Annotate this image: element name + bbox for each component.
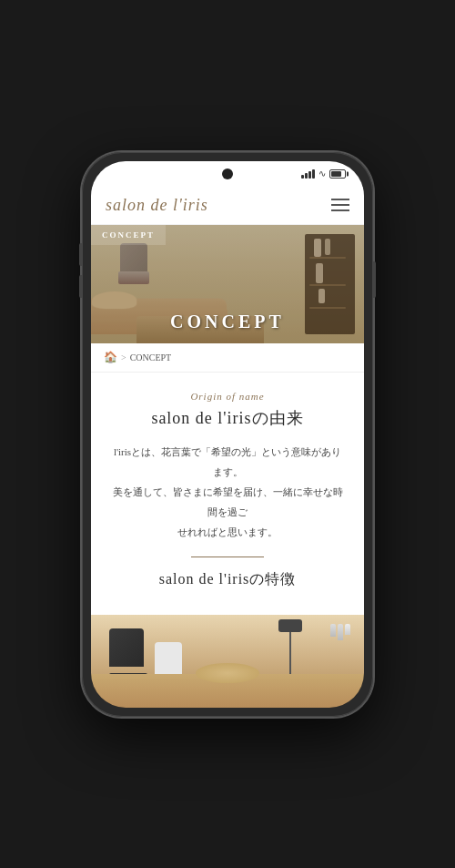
hero-banner: CONCEPT CONCEPT [91,225,364,343]
description: l'irisとは、花言葉で「希望の光」という意味があります。 美を通して、皆さま… [109,442,346,542]
breadcrumb: 🏠 > CONCEPT [91,343,364,373]
lamp-head [278,619,302,632]
power-button[interactable] [373,261,376,298]
product-bottle [345,624,350,635]
breadcrumb-separator: > [121,352,126,363]
equipment [155,642,182,679]
section-divider [191,557,264,557]
description-line1: l'irisとは、花言葉で「希望の光」という意味があります。 [114,446,341,477]
product-shelf [330,624,350,640]
hamburger-menu-button[interactable] [331,199,349,211]
breadcrumb-current: CONCEPT [130,352,172,363]
features-title: salon de l'irisの特徴 [109,570,346,589]
logo-salon-de: salon de [106,196,173,214]
battery-icon [329,169,346,179]
main-content: Origin of name salon de l'irisの由来 l'iris… [91,373,364,615]
camera-dot [222,168,233,179]
volume-up-button[interactable] [79,243,82,266]
volume-down-button[interactable] [79,275,82,298]
concept-nav-label: CONCEPT [91,225,166,245]
section-title: salon de l'irisの由来 [109,407,346,429]
wifi-icon: ∿ [318,168,326,179]
site-logo: salon de l'iris [106,196,208,215]
bottom-image [91,615,364,708]
phone-screen: ∿ salon de l'iris [91,161,364,708]
bottom-bed [91,674,364,708]
product-bottle [330,624,336,637]
product-row-1 [330,624,350,640]
lamp-pole [289,619,291,674]
status-icons: ∿ [301,168,346,179]
description-line3: せれればと思います。 [177,526,278,537]
bottom-pillow [196,663,259,683]
signal-icon [301,169,315,179]
section-subtitle: Origin of name [109,391,346,402]
phone-frame: ∿ salon de l'iris [82,152,373,717]
logo-liris: l'iris [173,196,208,214]
nav-header: salon de l'iris [91,187,364,225]
breadcrumb-home-icon[interactable]: 🏠 [104,351,117,364]
product-bottle [338,624,343,640]
screen-content[interactable]: salon de l'iris [91,187,364,708]
description-line2: 美を通して、皆さまに希望を届け、一緒に幸せな時間を過ご [113,486,343,517]
hero-title: CONCEPT [91,311,364,343]
status-bar: ∿ [91,161,364,187]
